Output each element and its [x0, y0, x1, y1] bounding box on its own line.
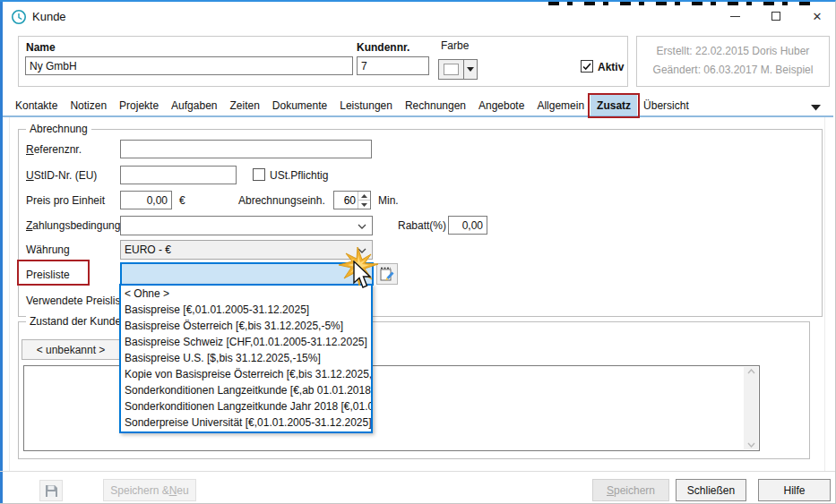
- abrechnungseinh-stepper[interactable]: [333, 191, 371, 209]
- customer-header-panel: Name Kundennr. Farbe Aktiv: [18, 36, 628, 87]
- name-input[interactable]: [25, 56, 353, 75]
- ustid-input[interactable]: [120, 166, 237, 184]
- dropdown-item[interactable]: Sonderkonditionen Langzeitkunde Jahr 201…: [121, 398, 371, 414]
- preisliste-combobox[interactable]: [120, 262, 374, 286]
- minimize-button[interactable]: [719, 2, 751, 30]
- preis-pro-einheit-input[interactable]: [120, 191, 172, 209]
- window-left-accent: [0, 2, 3, 504]
- kunde-window: Kunde ✕ Name Kundennr. Farbe Aktiv Erste…: [0, 0, 836, 504]
- floppy-icon: [45, 484, 58, 498]
- save-icon-button[interactable]: [39, 480, 63, 501]
- dropdown-item[interactable]: Kopie von Basispreise Österreich [€,bis …: [121, 366, 371, 382]
- vertical-scrollbar[interactable]: [744, 367, 758, 449]
- tab-kontakte[interactable]: Kontakte: [9, 95, 64, 116]
- aktiv-checkbox[interactable]: [581, 60, 593, 73]
- kundennr-label: Kundennr.: [357, 41, 409, 54]
- waehrung-label: Währung: [26, 243, 70, 256]
- mouse-cursor-icon: [353, 261, 373, 294]
- zahlungsbedingung-combobox[interactable]: [120, 216, 373, 235]
- window-title: Kunde: [32, 10, 66, 23]
- close-button[interactable]: ✕: [801, 2, 833, 30]
- tab-overflow-chevron-icon[interactable]: [811, 101, 821, 114]
- zahlungsbedingung-label: Zahlungsbedingung: [26, 219, 120, 232]
- color-swatch: [439, 60, 463, 79]
- abrechnung-legend: Abrechnung: [26, 123, 91, 135]
- dropdown-item[interactable]: Basispreise Schweiz [CHF,01.01.2005-31.1…: [121, 334, 371, 350]
- referenznr-input[interactable]: [120, 140, 372, 158]
- stepper-down-icon[interactable]: [358, 201, 370, 209]
- abrechnungseinh-input[interactable]: [334, 192, 358, 209]
- dropdown-item[interactable]: Basispreise U.S. [$,bis 31.12.2025,-15%]: [121, 350, 371, 366]
- footer-separator: [0, 471, 836, 472]
- unbekannt-button[interactable]: < unbekannt >: [22, 339, 120, 360]
- dropdown-item[interactable]: Basispreise [€,01.01.2005-31.12.2025]: [121, 302, 371, 318]
- tab-zusatz[interactable]: Zusatz: [590, 95, 637, 116]
- combo-chevron-icon: [358, 219, 366, 232]
- check-icon: [582, 63, 591, 71]
- tab-dokumente[interactable]: Dokumente: [266, 95, 333, 116]
- dropdown-item[interactable]: Sonderkonditionen Langzeitkunde [€,ab 01…: [121, 382, 371, 398]
- min-label: Min.: [378, 194, 399, 207]
- tab-uebersicht[interactable]: Übersicht: [637, 95, 695, 116]
- created-info: Erstellt: 22.02.2015 Doris Huber: [637, 45, 829, 57]
- speichern-neu-label: Speichern &: [110, 484, 168, 497]
- dropdown-item[interactable]: Sonderpreise Universität [€,01.01.2005-3…: [121, 414, 371, 431]
- tab-allgemein[interactable]: Allgemein: [530, 95, 590, 116]
- dropdown-item[interactable]: < Ohne >: [121, 286, 371, 302]
- abrechnungseinh-label: Abrechnungseinh.: [238, 194, 325, 207]
- waehrung-combobox[interactable]: EURO - €: [120, 240, 373, 260]
- modified-info: Geändert: 06.03.2017 M. Beispiel: [637, 64, 829, 76]
- verwendete-preisliste-label: Verwendete Preisliste: [26, 295, 129, 307]
- maximize-icon: [771, 12, 780, 21]
- referenznr-label: Referenznr.: [26, 143, 82, 156]
- ustpflichtig-checkbox[interactable]: [253, 168, 265, 181]
- speichern-button[interactable]: Speichern: [592, 479, 669, 501]
- speichern-label: peichern: [614, 484, 655, 497]
- rabatt-input[interactable]: [448, 216, 487, 235]
- schliessen-button[interactable]: Schließen: [676, 479, 746, 501]
- tab-leistungen[interactable]: Leistungen: [333, 95, 399, 116]
- farbe-label: Farbe: [441, 39, 469, 52]
- tab-aufgaben[interactable]: Aufgaben: [165, 95, 223, 116]
- edit-pencil-icon: [379, 266, 395, 282]
- speichern-neu-button[interactable]: Speichern & Neu: [103, 479, 196, 501]
- rabatt-label: Rabatt(%): [398, 219, 446, 232]
- scroll-up-icon[interactable]: [747, 369, 755, 374]
- color-picker-button[interactable]: [438, 59, 478, 80]
- color-dropdown-arrow-icon[interactable]: [463, 60, 477, 79]
- hilfe-button[interactable]: Hilfe: [758, 479, 831, 501]
- ustid-label: UStID-Nr. (EU): [26, 169, 97, 182]
- waehrung-value: EURO - €: [125, 243, 171, 256]
- stepper-up-icon[interactable]: [358, 192, 370, 201]
- kundennr-input[interactable]: [357, 56, 429, 75]
- tab-angebote[interactable]: Angebote: [472, 95, 530, 116]
- maximize-button[interactable]: [760, 2, 792, 30]
- aktiv-label: Aktiv: [598, 61, 624, 73]
- tab-projekte[interactable]: Projekte: [113, 95, 165, 116]
- preisliste-label: Preisliste: [26, 269, 70, 281]
- minimize-icon: [730, 16, 740, 17]
- audit-info-panel: Erstellt: 22.02.2015 Doris Huber Geänder…: [636, 36, 830, 87]
- preisliste-dropdown-list: < Ohne > Basispreise [€,01.01.2005-31.12…: [119, 284, 373, 433]
- preis-pro-einheit-label: Preis pro Einheit: [26, 194, 105, 207]
- tab-zusatz-label: Zusatz: [597, 99, 631, 112]
- clock-icon: [11, 9, 27, 28]
- tab-rechnungen[interactable]: Rechnungen: [399, 95, 472, 116]
- ustpflichtig-label: USt.Pflichtig: [270, 169, 328, 182]
- tab-zeiten[interactable]: Zeiten: [223, 95, 265, 116]
- name-label: Name: [26, 41, 56, 54]
- euro-label: €: [179, 194, 185, 207]
- tab-bar: Kontakte Notizen Projekte Aufgaben Zeite…: [9, 95, 695, 116]
- dropdown-item[interactable]: Basispreise Österreich [€,bis 31.12.2025…: [121, 318, 371, 334]
- tab-notizen[interactable]: Notizen: [64, 95, 113, 116]
- scroll-down-icon[interactable]: [747, 442, 755, 448]
- close-icon: ✕: [813, 11, 823, 22]
